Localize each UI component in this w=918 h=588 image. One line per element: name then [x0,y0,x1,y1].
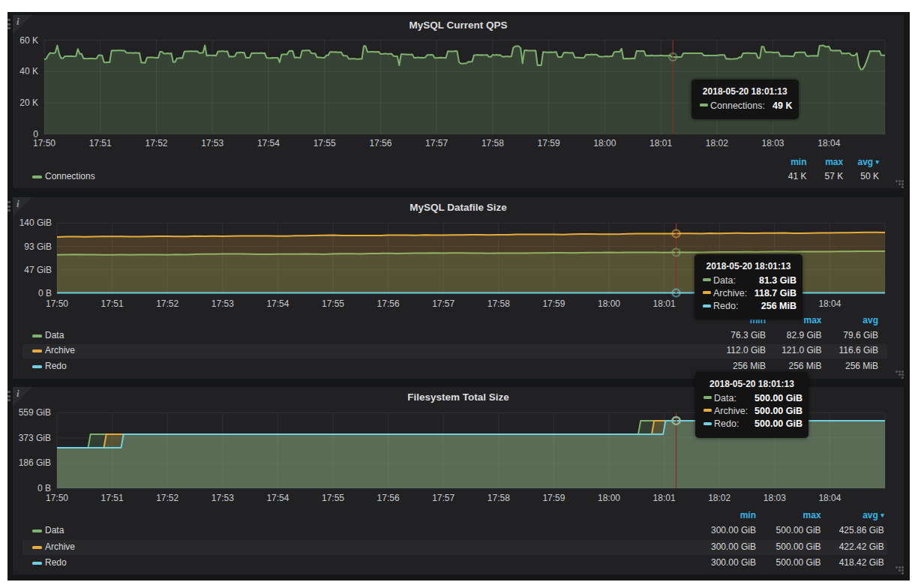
svg-text:18:00: 18:00 [598,493,620,503]
svg-text:17:51: 17:51 [101,493,124,503]
svg-text:559 GiB: 559 GiB [19,407,51,418]
svg-text:17:51: 17:51 [101,298,124,309]
svg-text:18:01: 18:01 [650,138,672,148]
svg-text:18:01: 18:01 [653,493,676,503]
svg-text:17:54: 17:54 [266,298,289,309]
svg-text:17:55: 17:55 [322,298,344,309]
svg-text:17:55: 17:55 [322,493,344,503]
svg-text:17:53: 17:53 [201,138,224,148]
svg-text:60 K: 60 K [20,35,38,46]
svg-text:17:57: 17:57 [425,138,448,148]
svg-text:17:56: 17:56 [377,298,400,309]
svg-text:93 GiB: 93 GiB [24,242,52,252]
svg-text:0 B: 0 B [38,288,52,298]
svg-text:17:50: 17:50 [46,298,68,309]
svg-text:17:58: 17:58 [488,493,510,503]
svg-text:18:02: 18:02 [706,138,728,148]
svg-text:17:50: 17:50 [46,493,68,503]
svg-text:18:00: 18:00 [598,298,620,309]
svg-text:17:55: 17:55 [314,138,336,148]
svg-text:20 K: 20 K [20,98,38,108]
svg-text:17:52: 17:52 [156,298,178,309]
svg-text:18:02: 18:02 [708,493,730,503]
svg-text:18:03: 18:03 [761,138,784,148]
svg-text:17:59: 17:59 [542,298,565,309]
svg-text:40 K: 40 K [20,66,38,76]
svg-text:140 GiB: 140 GiB [20,218,52,228]
svg-text:17:50: 17:50 [33,138,56,148]
svg-text:0 B: 0 B [38,483,51,494]
svg-text:17:52: 17:52 [145,138,167,148]
svg-text:17:51: 17:51 [89,138,112,148]
svg-text:186 GiB: 186 GiB [19,458,51,468]
svg-text:17:52: 17:52 [156,493,178,503]
svg-text:17:59: 17:59 [538,138,560,148]
svg-text:17:59: 17:59 [542,493,565,503]
svg-text:18:04: 18:04 [818,138,840,148]
svg-text:373 GiB: 373 GiB [19,433,51,443]
svg-text:17:58: 17:58 [488,298,510,309]
svg-text:18:03: 18:03 [764,493,786,503]
svg-text:17:57: 17:57 [432,493,454,503]
svg-text:17:54: 17:54 [257,138,280,148]
svg-text:17:56: 17:56 [377,493,400,503]
svg-text:18:04: 18:04 [818,493,841,503]
svg-text:18:01: 18:01 [653,298,676,309]
svg-text:17:57: 17:57 [432,298,454,309]
svg-text:17:53: 17:53 [212,298,234,309]
svg-text:17:58: 17:58 [482,138,504,148]
svg-text:18:00: 18:00 [593,138,616,148]
svg-text:47 GiB: 47 GiB [24,265,52,275]
svg-text:18:04: 18:04 [818,298,841,309]
svg-text:17:54: 17:54 [266,493,289,503]
svg-text:17:53: 17:53 [212,493,234,503]
svg-text:17:56: 17:56 [369,138,392,148]
